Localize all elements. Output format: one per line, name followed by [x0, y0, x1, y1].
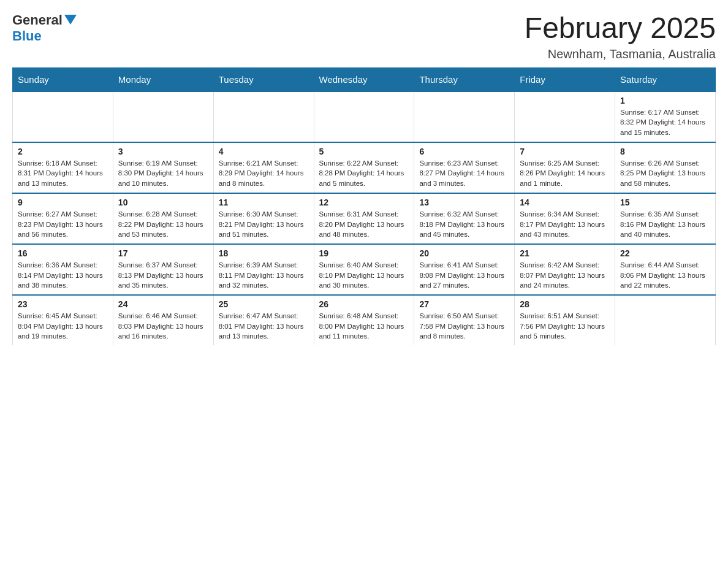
day-number: 23: [18, 299, 108, 309]
calendar-cell: 11Sunrise: 6:30 AM Sunset: 8:21 PM Dayli…: [213, 193, 314, 244]
page-header: General Blue February 2025 Newnham, Tasm…: [12, 12, 716, 61]
calendar-table: SundayMondayTuesdayWednesdayThursdayFrid…: [12, 67, 716, 345]
day-info: Sunrise: 6:45 AM Sunset: 8:04 PM Dayligh…: [18, 311, 108, 342]
calendar-header-wednesday: Wednesday: [314, 67, 414, 91]
day-number: 7: [520, 147, 610, 156]
day-number: 11: [219, 197, 309, 207]
calendar-week-row: 23Sunrise: 6:45 AM Sunset: 8:04 PM Dayli…: [13, 295, 716, 345]
logo-triangle-icon: [64, 15, 77, 25]
day-number: 1: [620, 96, 710, 105]
logo-general-text: General: [12, 12, 63, 28]
day-info: Sunrise: 6:36 AM Sunset: 8:14 PM Dayligh…: [18, 260, 108, 291]
calendar-cell: 9Sunrise: 6:27 AM Sunset: 8:23 PM Daylig…: [13, 193, 113, 244]
day-number: 19: [319, 248, 409, 258]
day-number: 16: [18, 248, 108, 258]
day-info: Sunrise: 6:17 AM Sunset: 8:32 PM Dayligh…: [620, 107, 710, 138]
calendar-header-monday: Monday: [113, 67, 213, 91]
calendar-header-sunday: Sunday: [13, 67, 113, 91]
calendar-cell: 2Sunrise: 6:18 AM Sunset: 8:31 PM Daylig…: [13, 142, 113, 193]
day-info: Sunrise: 6:30 AM Sunset: 8:21 PM Dayligh…: [219, 209, 309, 240]
calendar-week-row: 9Sunrise: 6:27 AM Sunset: 8:23 PM Daylig…: [13, 193, 716, 244]
day-number: 21: [520, 248, 610, 258]
calendar-cell: 12Sunrise: 6:31 AM Sunset: 8:20 PM Dayli…: [314, 193, 414, 244]
calendar-week-row: 2Sunrise: 6:18 AM Sunset: 8:31 PM Daylig…: [13, 142, 716, 193]
day-info: Sunrise: 6:42 AM Sunset: 8:07 PM Dayligh…: [520, 260, 610, 291]
calendar-header-tuesday: Tuesday: [213, 67, 314, 91]
calendar-header-thursday: Thursday: [414, 67, 515, 91]
location-subtitle: Newnham, Tasmania, Australia: [525, 47, 716, 61]
day-number: 12: [319, 197, 409, 207]
day-number: 15: [620, 197, 710, 207]
day-number: 17: [118, 248, 208, 258]
calendar-cell: 13Sunrise: 6:32 AM Sunset: 8:18 PM Dayli…: [414, 193, 515, 244]
day-info: Sunrise: 6:19 AM Sunset: 8:30 PM Dayligh…: [118, 158, 208, 189]
calendar-cell: 7Sunrise: 6:25 AM Sunset: 8:26 PM Daylig…: [515, 142, 615, 193]
day-info: Sunrise: 6:51 AM Sunset: 7:56 PM Dayligh…: [520, 311, 610, 342]
calendar-cell: 16Sunrise: 6:36 AM Sunset: 8:14 PM Dayli…: [13, 244, 113, 295]
day-number: 24: [118, 299, 208, 309]
day-info: Sunrise: 6:46 AM Sunset: 8:03 PM Dayligh…: [118, 311, 208, 342]
logo: General Blue: [12, 12, 77, 44]
day-info: Sunrise: 6:34 AM Sunset: 8:17 PM Dayligh…: [520, 209, 610, 240]
calendar-week-row: 16Sunrise: 6:36 AM Sunset: 8:14 PM Dayli…: [13, 244, 716, 295]
day-info: Sunrise: 6:41 AM Sunset: 8:08 PM Dayligh…: [419, 260, 509, 291]
day-info: Sunrise: 6:18 AM Sunset: 8:31 PM Dayligh…: [18, 158, 108, 189]
calendar-cell: 19Sunrise: 6:40 AM Sunset: 8:10 PM Dayli…: [314, 244, 414, 295]
logo-blue-text: Blue: [12, 28, 42, 44]
day-info: Sunrise: 6:32 AM Sunset: 8:18 PM Dayligh…: [419, 209, 509, 240]
day-info: Sunrise: 6:26 AM Sunset: 8:25 PM Dayligh…: [620, 158, 710, 189]
calendar-cell: [213, 91, 314, 142]
day-info: Sunrise: 6:47 AM Sunset: 8:01 PM Dayligh…: [219, 311, 309, 342]
calendar-cell: 18Sunrise: 6:39 AM Sunset: 8:11 PM Dayli…: [213, 244, 314, 295]
day-number: 28: [520, 299, 610, 309]
calendar-week-row: 1Sunrise: 6:17 AM Sunset: 8:32 PM Daylig…: [13, 91, 716, 142]
day-number: 10: [118, 197, 208, 207]
calendar-cell: 21Sunrise: 6:42 AM Sunset: 8:07 PM Dayli…: [515, 244, 615, 295]
calendar-cell: 8Sunrise: 6:26 AM Sunset: 8:25 PM Daylig…: [615, 142, 716, 193]
day-number: 26: [319, 299, 409, 309]
day-number: 9: [18, 197, 108, 207]
calendar-cell: [414, 91, 515, 142]
calendar-cell: 15Sunrise: 6:35 AM Sunset: 8:16 PM Dayli…: [615, 193, 716, 244]
day-info: Sunrise: 6:50 AM Sunset: 7:58 PM Dayligh…: [419, 311, 509, 342]
calendar-cell: 28Sunrise: 6:51 AM Sunset: 7:56 PM Dayli…: [515, 295, 615, 345]
day-info: Sunrise: 6:39 AM Sunset: 8:11 PM Dayligh…: [219, 260, 309, 291]
calendar-cell: 27Sunrise: 6:50 AM Sunset: 7:58 PM Dayli…: [414, 295, 515, 345]
day-info: Sunrise: 6:23 AM Sunset: 8:27 PM Dayligh…: [419, 158, 509, 189]
calendar-header-row: SundayMondayTuesdayWednesdayThursdayFrid…: [13, 67, 716, 91]
day-number: 4: [219, 147, 309, 156]
day-number: 25: [219, 299, 309, 309]
calendar-cell: 5Sunrise: 6:22 AM Sunset: 8:28 PM Daylig…: [314, 142, 414, 193]
calendar-cell: 4Sunrise: 6:21 AM Sunset: 8:29 PM Daylig…: [213, 142, 314, 193]
calendar-cell: 25Sunrise: 6:47 AM Sunset: 8:01 PM Dayli…: [213, 295, 314, 345]
calendar-cell: [113, 91, 213, 142]
day-number: 13: [419, 197, 509, 207]
day-info: Sunrise: 6:25 AM Sunset: 8:26 PM Dayligh…: [520, 158, 610, 189]
day-info: Sunrise: 6:44 AM Sunset: 8:06 PM Dayligh…: [620, 260, 710, 291]
day-number: 20: [419, 248, 509, 258]
calendar-cell: 6Sunrise: 6:23 AM Sunset: 8:27 PM Daylig…: [414, 142, 515, 193]
calendar-cell: 26Sunrise: 6:48 AM Sunset: 8:00 PM Dayli…: [314, 295, 414, 345]
calendar-header-saturday: Saturday: [615, 67, 716, 91]
calendar-cell: 24Sunrise: 6:46 AM Sunset: 8:03 PM Dayli…: [113, 295, 213, 345]
title-area: February 2025 Newnham, Tasmania, Austral…: [525, 12, 716, 61]
calendar-cell: [615, 295, 716, 345]
day-info: Sunrise: 6:37 AM Sunset: 8:13 PM Dayligh…: [118, 260, 208, 291]
calendar-cell: 20Sunrise: 6:41 AM Sunset: 8:08 PM Dayli…: [414, 244, 515, 295]
calendar-cell: 10Sunrise: 6:28 AM Sunset: 8:22 PM Dayli…: [113, 193, 213, 244]
calendar-cell: [314, 91, 414, 142]
day-number: 8: [620, 147, 710, 156]
calendar-cell: 23Sunrise: 6:45 AM Sunset: 8:04 PM Dayli…: [13, 295, 113, 345]
day-info: Sunrise: 6:31 AM Sunset: 8:20 PM Dayligh…: [319, 209, 409, 240]
day-info: Sunrise: 6:28 AM Sunset: 8:22 PM Dayligh…: [118, 209, 208, 240]
day-info: Sunrise: 6:27 AM Sunset: 8:23 PM Dayligh…: [18, 209, 108, 240]
calendar-cell: 1Sunrise: 6:17 AM Sunset: 8:32 PM Daylig…: [615, 91, 716, 142]
month-title: February 2025: [525, 12, 716, 45]
day-info: Sunrise: 6:40 AM Sunset: 8:10 PM Dayligh…: [319, 260, 409, 291]
day-info: Sunrise: 6:35 AM Sunset: 8:16 PM Dayligh…: [620, 209, 710, 240]
day-info: Sunrise: 6:48 AM Sunset: 8:00 PM Dayligh…: [319, 311, 409, 342]
calendar-cell: 3Sunrise: 6:19 AM Sunset: 8:30 PM Daylig…: [113, 142, 213, 193]
day-number: 14: [520, 197, 610, 207]
calendar-cell: 14Sunrise: 6:34 AM Sunset: 8:17 PM Dayli…: [515, 193, 615, 244]
calendar-cell: 17Sunrise: 6:37 AM Sunset: 8:13 PM Dayli…: [113, 244, 213, 295]
